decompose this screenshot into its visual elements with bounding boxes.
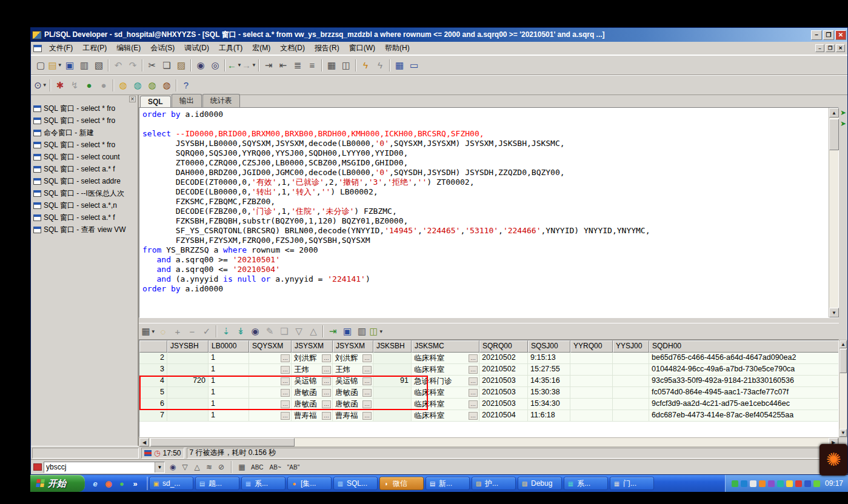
grid-header-JSYSXM[interactable]: JSYSXM [333,340,373,353]
cell-JSKSMC[interactable]: 急诊科门诊… [412,376,479,387]
grid-vertical-scrollbar[interactable]: ▲ ▼ [839,340,847,437]
test-debugger-icon[interactable]: ↯ [67,78,82,92]
maximize-icon[interactable]: ❐ [823,30,834,40]
paste-icon[interactable]: ▨ [174,58,189,72]
find-in-grid-icon[interactable]: ◉ [248,325,262,339]
sidebar-item[interactable]: SQL 窗口 - select a.* f [31,163,138,175]
sort-descending-icon[interactable]: ▽ [292,325,306,339]
cell-SQRQ00[interactable]: 20210503 [479,387,528,399]
cell-ellipsis-icon[interactable]: … [281,354,290,362]
cell-JSYSXM[interactable]: 王炜… [333,364,373,376]
uncomment-selection-icon[interactable]: ≡ [305,58,319,72]
internet-explorer-icon[interactable]: e [90,478,101,489]
indent-more-icon[interactable]: ⇥ [261,58,276,72]
zoom-icon[interactable]: ⊙▼ [33,78,48,92]
cell-JSYSXM[interactable]: 曹寿福… [333,410,373,422]
cell-JSKSBH[interactable] [373,364,412,376]
sidebar-item[interactable]: SQL 窗口 - select addre [31,175,138,187]
mdi-restore-icon[interactable]: ❐ [826,44,835,52]
cell-JSKSBH[interactable] [373,387,412,399]
cell-ellipsis-icon[interactable]: … [322,400,331,408]
task-button[interactable]: ▥SQL... [333,477,378,490]
fetch-next-page-icon[interactable]: ⇣ [219,325,233,339]
grid-scroll-down-icon[interactable]: ▼ [840,429,847,437]
prev-window-icon[interactable]: ➤ [839,118,847,129]
task-button[interactable]: ◗微信 [379,477,424,490]
find-toggle-AB[interactable]: "AB" [284,462,302,472]
cell-JSKSBH[interactable] [373,353,412,364]
table-form-icon[interactable]: ▭ [407,58,421,72]
cell-ellipsis-icon[interactable]: … [322,389,331,397]
cell-LB0000[interactable]: 1 [209,399,249,410]
tab-输出[interactable]: 输出 [172,94,202,107]
cell-ellipsis-icon[interactable]: … [281,389,290,397]
splitter[interactable] [139,318,839,323]
cell-ellipsis-icon[interactable]: … [322,366,331,374]
cell-YYRQ00[interactable] [570,410,613,422]
app-green-icon[interactable]: ● [116,478,127,489]
cell-SQRQ00[interactable]: 20210502 [479,353,528,364]
grid-header-YYRQ00[interactable]: YYRQ00 [570,340,613,353]
table-row[interactable]: 61…唐敏函…唐敏函…临床科室…2021050315:34:309cfcf3d9… [139,399,838,410]
cell-ellipsis-icon[interactable]: … [469,400,478,408]
menu-item[interactable]: 文档(D) [275,42,310,55]
tray-icon-2[interactable] [741,480,747,487]
task-button[interactable]: ▦门... [610,477,654,490]
delete-record-icon[interactable]: − [185,325,199,339]
cell-SQYSXM[interactable]: … [249,387,292,399]
start-button[interactable]: 开始 [30,475,85,492]
window-fit-icon[interactable]: ◫ [339,58,353,72]
post-record-icon[interactable]: ✓ [199,325,214,339]
table-row[interactable]: 51…唐敏函…唐敏函…临床科室…2021050315:30:38fc0574d0… [139,387,838,399]
sql-code[interactable]: order by a.id0000 select --ID0000,BRID00… [142,110,827,316]
cell-SQYSXM[interactable]: … [249,410,292,422]
cell-rownum[interactable]: 5 [139,387,167,399]
undo-icon[interactable]: ↶ [111,58,125,72]
cut-icon[interactable]: ✂ [145,58,159,72]
cell-JSYSXM[interactable]: 曹寿福… [292,410,333,422]
indent-less-icon[interactable]: ⇤ [276,58,290,72]
grid-header-rownum[interactable] [139,340,167,353]
menu-item[interactable]: 宏(M) [247,42,275,55]
cell-SQDH00[interactable]: 6dc687eb-4473-414e-87ac-8ef4054255aa [649,410,839,422]
tab-统计表[interactable]: 统计表 [202,94,240,107]
cell-ellipsis-icon[interactable]: … [362,400,372,408]
grid-hscroll-thumb[interactable] [150,438,295,446]
cell-JSYSBH[interactable] [167,410,209,422]
tray-icon-9[interactable] [804,480,811,487]
macro-play-icon[interactable]: ϟ [373,58,387,72]
cell-JSYSXM[interactable]: 王炜… [292,364,333,376]
cell-SQRQ00[interactable]: 20210504 [479,410,528,422]
cell-JSYSBH[interactable] [167,399,209,410]
grid-header-JSKSBH[interactable]: JSKSBH [373,340,412,353]
grid-scroll-up-icon[interactable]: ▲ [840,340,847,348]
menu-item[interactable]: 报告(R) [310,42,344,55]
tray-icon-4[interactable] [759,480,766,487]
cell-SQSJ00[interactable]: 11:6:18 [528,410,570,422]
tray-icon-6[interactable] [777,480,784,487]
cell-JSKSMC[interactable]: 临床科室… [412,364,479,376]
close-icon[interactable]: ✕ [835,30,846,40]
cell-ellipsis-icon[interactable]: … [469,354,478,362]
tray-icon-7[interactable] [786,480,793,487]
copy-grid-icon[interactable]: ❏ [277,325,292,339]
open-folder-icon[interactable]: ▤▼ [48,58,62,72]
cell-SQYSXM[interactable]: … [249,399,292,410]
cell-rownum[interactable]: 7 [139,410,167,422]
editor-scroll-thumb[interactable] [829,119,839,150]
cell-ellipsis-icon[interactable]: … [362,377,372,385]
combo-dropdown-icon[interactable]: ▼ [155,462,164,472]
session-monitor-3-icon[interactable]: ◍ [145,78,159,92]
cell-JSYSBH[interactable] [167,364,209,376]
cell-ellipsis-icon[interactable]: … [469,377,478,385]
print-icon[interactable]: ▥ [77,58,92,72]
cell-ellipsis-icon[interactable]: … [281,400,290,408]
cell-YYRQ00[interactable] [570,376,613,387]
cell-ellipsis-icon[interactable]: … [362,412,372,420]
cell-JSYSBH[interactable]: 720 [167,376,209,387]
grid-scroll-thumb[interactable] [840,349,847,373]
cell-JSKSMC[interactable]: 临床科室… [412,399,479,410]
sidebar-item[interactable]: SQL 窗口 - select * fro [31,139,138,151]
cell-YYSJ00[interactable] [613,387,649,399]
find-icon[interactable]: ◉ [193,58,208,72]
